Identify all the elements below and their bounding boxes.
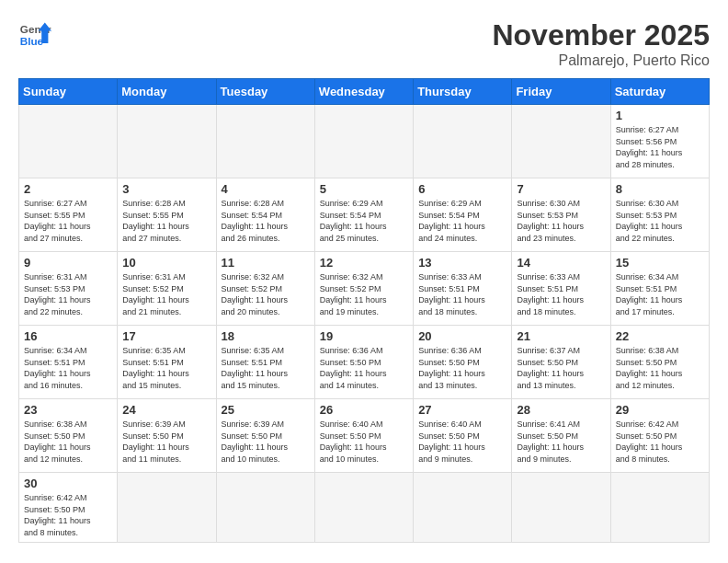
calendar-cell (610, 473, 709, 543)
day-number: 3 (122, 182, 210, 196)
title-section: November 2025 Palmarejo, Puerto Rico (492, 18, 710, 69)
calendar-table: SundayMondayTuesdayWednesdayThursdayFrid… (18, 78, 710, 543)
day-info: Sunrise: 6:35 AM Sunset: 5:51 PM Dayligh… (122, 345, 210, 391)
day-number: 10 (122, 256, 210, 270)
day-number: 12 (320, 256, 408, 270)
day-number: 20 (418, 329, 506, 343)
calendar-cell: 24Sunrise: 6:39 AM Sunset: 5:50 PM Dayli… (118, 399, 216, 473)
day-number: 30 (24, 477, 112, 490)
calendar-cell: 26Sunrise: 6:40 AM Sunset: 5:50 PM Dayli… (314, 399, 413, 473)
day-info: Sunrise: 6:36 AM Sunset: 5:50 PM Dayligh… (418, 345, 506, 391)
calendar-cell: 16Sunrise: 6:34 AM Sunset: 5:51 PM Dayli… (19, 326, 118, 399)
calendar-cell: 6Sunrise: 6:29 AM Sunset: 5:54 PM Daylig… (414, 178, 512, 252)
calendar-cell: 15Sunrise: 6:34 AM Sunset: 5:51 PM Dayli… (610, 252, 709, 326)
day-number: 24 (122, 403, 210, 417)
calendar-cell: 18Sunrise: 6:35 AM Sunset: 5:51 PM Dayli… (216, 326, 314, 399)
calendar-cell: 10Sunrise: 6:31 AM Sunset: 5:52 PM Dayli… (118, 252, 216, 326)
calendar-cell (19, 105, 118, 178)
day-info: Sunrise: 6:28 AM Sunset: 5:54 PM Dayligh… (222, 198, 310, 244)
day-number: 7 (517, 182, 605, 196)
calendar-cell: 21Sunrise: 6:37 AM Sunset: 5:50 PM Dayli… (512, 326, 610, 399)
day-number: 5 (320, 182, 408, 196)
calendar-header-row: SundayMondayTuesdayWednesdayThursdayFrid… (19, 79, 710, 105)
calendar-cell: 25Sunrise: 6:39 AM Sunset: 5:50 PM Dayli… (216, 399, 314, 473)
day-number: 13 (418, 256, 506, 270)
calendar-cell (216, 105, 314, 178)
day-info: Sunrise: 6:41 AM Sunset: 5:50 PM Dayligh… (517, 419, 605, 465)
day-info: Sunrise: 6:30 AM Sunset: 5:53 PM Dayligh… (616, 198, 704, 244)
calendar-cell (118, 473, 216, 543)
calendar-cell: 3Sunrise: 6:28 AM Sunset: 5:55 PM Daylig… (118, 178, 216, 252)
day-number: 6 (418, 182, 506, 196)
calendar-cell: 2Sunrise: 6:27 AM Sunset: 5:55 PM Daylig… (19, 178, 118, 252)
day-info: Sunrise: 6:31 AM Sunset: 5:53 PM Dayligh… (24, 271, 112, 317)
day-number: 22 (616, 329, 704, 343)
day-info: Sunrise: 6:32 AM Sunset: 5:52 PM Dayligh… (222, 271, 310, 317)
calendar-cell: 12Sunrise: 6:32 AM Sunset: 5:52 PM Dayli… (314, 252, 413, 326)
calendar-cell (414, 105, 512, 178)
day-info: Sunrise: 6:28 AM Sunset: 5:55 PM Dayligh… (122, 198, 210, 244)
day-info: Sunrise: 6:39 AM Sunset: 5:50 PM Dayligh… (122, 419, 210, 465)
location-title: Palmarejo, Puerto Rico (492, 52, 710, 69)
day-info: Sunrise: 6:42 AM Sunset: 5:50 PM Dayligh… (616, 419, 704, 465)
day-number: 9 (24, 256, 112, 270)
calendar-cell: 1Sunrise: 6:27 AM Sunset: 5:56 PM Daylig… (610, 105, 709, 178)
calendar-cell: 30Sunrise: 6:42 AM Sunset: 5:50 PM Dayli… (19, 473, 118, 543)
day-number: 29 (616, 403, 704, 417)
calendar-cell: 28Sunrise: 6:41 AM Sunset: 5:50 PM Dayli… (512, 399, 610, 473)
calendar-cell (314, 105, 413, 178)
day-number: 11 (222, 256, 310, 270)
day-info: Sunrise: 6:40 AM Sunset: 5:50 PM Dayligh… (418, 419, 506, 465)
calendar-cell: 8Sunrise: 6:30 AM Sunset: 5:53 PM Daylig… (610, 178, 709, 252)
day-info: Sunrise: 6:31 AM Sunset: 5:52 PM Dayligh… (122, 271, 210, 317)
day-number: 25 (222, 403, 310, 417)
day-info: Sunrise: 6:29 AM Sunset: 5:54 PM Dayligh… (418, 198, 506, 244)
calendar-cell: 29Sunrise: 6:42 AM Sunset: 5:50 PM Dayli… (610, 399, 709, 473)
day-info: Sunrise: 6:42 AM Sunset: 5:50 PM Dayligh… (24, 492, 112, 538)
calendar-cell (118, 105, 216, 178)
day-number: 8 (616, 182, 704, 196)
day-info: Sunrise: 6:33 AM Sunset: 5:51 PM Dayligh… (517, 271, 605, 317)
day-of-week-header: Wednesday (314, 79, 413, 105)
calendar-cell (414, 473, 512, 543)
calendar-cell: 19Sunrise: 6:36 AM Sunset: 5:50 PM Dayli… (314, 326, 413, 399)
day-number: 17 (122, 329, 210, 343)
day-info: Sunrise: 6:40 AM Sunset: 5:50 PM Dayligh… (320, 419, 408, 465)
month-title: November 2025 (492, 18, 710, 52)
logo: General Blue (18, 18, 51, 52)
calendar-cell: 17Sunrise: 6:35 AM Sunset: 5:51 PM Dayli… (118, 326, 216, 399)
day-info: Sunrise: 6:36 AM Sunset: 5:50 PM Dayligh… (320, 345, 408, 391)
day-number: 15 (616, 256, 704, 270)
day-info: Sunrise: 6:34 AM Sunset: 5:51 PM Dayligh… (616, 271, 704, 317)
calendar-cell: 9Sunrise: 6:31 AM Sunset: 5:53 PM Daylig… (19, 252, 118, 326)
day-number: 4 (222, 182, 310, 196)
calendar-cell (512, 473, 610, 543)
day-info: Sunrise: 6:32 AM Sunset: 5:52 PM Dayligh… (320, 271, 408, 317)
svg-text:Blue: Blue (20, 35, 44, 47)
day-info: Sunrise: 6:37 AM Sunset: 5:50 PM Dayligh… (517, 345, 605, 391)
day-info: Sunrise: 6:38 AM Sunset: 5:50 PM Dayligh… (616, 345, 704, 391)
day-number: 28 (517, 403, 605, 417)
day-number: 23 (24, 403, 112, 417)
day-number: 1 (616, 109, 704, 122)
day-of-week-header: Sunday (19, 79, 118, 105)
calendar-cell: 23Sunrise: 6:38 AM Sunset: 5:50 PM Dayli… (19, 399, 118, 473)
day-info: Sunrise: 6:35 AM Sunset: 5:51 PM Dayligh… (222, 345, 310, 391)
calendar-cell: 14Sunrise: 6:33 AM Sunset: 5:51 PM Dayli… (512, 252, 610, 326)
day-info: Sunrise: 6:30 AM Sunset: 5:53 PM Dayligh… (517, 198, 605, 244)
calendar-cell: 27Sunrise: 6:40 AM Sunset: 5:50 PM Dayli… (414, 399, 512, 473)
day-info: Sunrise: 6:27 AM Sunset: 5:55 PM Dayligh… (24, 198, 112, 244)
calendar-cell: 20Sunrise: 6:36 AM Sunset: 5:50 PM Dayli… (414, 326, 512, 399)
calendar-cell (216, 473, 314, 543)
day-number: 27 (418, 403, 506, 417)
calendar-cell: 13Sunrise: 6:33 AM Sunset: 5:51 PM Dayli… (414, 252, 512, 326)
day-info: Sunrise: 6:38 AM Sunset: 5:50 PM Dayligh… (24, 419, 112, 465)
calendar-cell (314, 473, 413, 543)
calendar-cell: 11Sunrise: 6:32 AM Sunset: 5:52 PM Dayli… (216, 252, 314, 326)
calendar-cell: 7Sunrise: 6:30 AM Sunset: 5:53 PM Daylig… (512, 178, 610, 252)
calendar-cell (512, 105, 610, 178)
day-number: 14 (517, 256, 605, 270)
day-info: Sunrise: 6:34 AM Sunset: 5:51 PM Dayligh… (24, 345, 112, 391)
day-info: Sunrise: 6:29 AM Sunset: 5:54 PM Dayligh… (320, 198, 408, 244)
day-of-week-header: Monday (118, 79, 216, 105)
